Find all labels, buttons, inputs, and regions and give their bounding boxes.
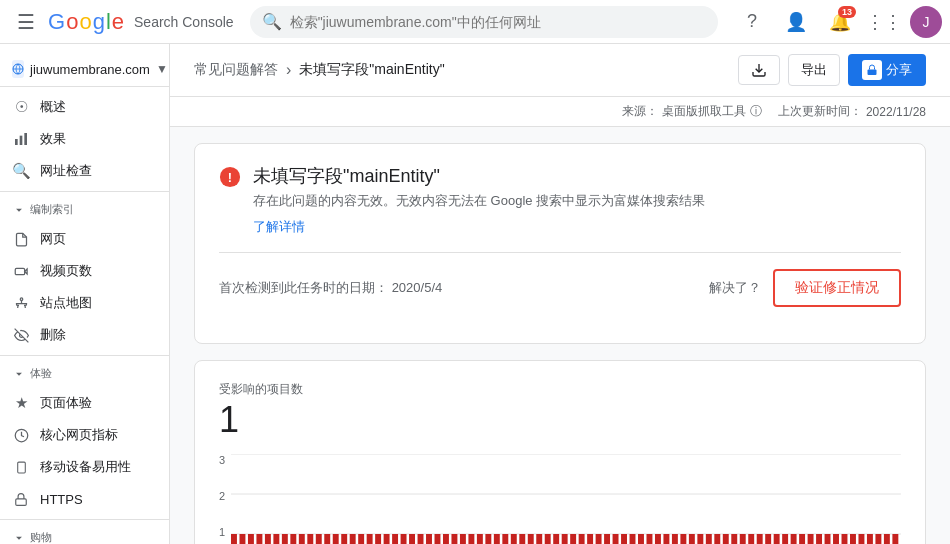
y-label-3: 3 bbox=[219, 454, 225, 466]
svg-rect-78 bbox=[697, 534, 703, 544]
google-wordmark: Google bbox=[48, 9, 124, 35]
sidebar-item-core-web[interactable]: 核心网页指标 bbox=[0, 419, 169, 451]
learn-more-link[interactable]: 了解详情 bbox=[253, 218, 305, 236]
svg-rect-86 bbox=[765, 534, 771, 544]
sidebar-label-overview: 概述 bbox=[40, 98, 66, 116]
y-label-2: 2 bbox=[219, 490, 225, 502]
svg-rect-34 bbox=[324, 534, 330, 544]
download-button[interactable] bbox=[738, 55, 780, 85]
header-actions: ? 👤 🔔 13 ⋮⋮ J bbox=[734, 4, 942, 40]
sidebar-item-mobile[interactable]: 移动设备易用性 bbox=[0, 451, 169, 483]
svg-rect-59 bbox=[536, 534, 542, 544]
svg-rect-2 bbox=[15, 139, 18, 145]
sidebar-item-pages[interactable]: 网页 bbox=[0, 223, 169, 255]
svg-rect-67 bbox=[604, 534, 610, 544]
eye-off-icon bbox=[12, 326, 30, 344]
section-toggle-shopping[interactable]: 购物 bbox=[0, 524, 169, 544]
svg-rect-66 bbox=[596, 534, 602, 544]
svg-rect-100 bbox=[884, 534, 890, 544]
search-icon: 🔍 bbox=[262, 12, 282, 31]
bar-chart-icon bbox=[12, 130, 30, 148]
svg-rect-16 bbox=[868, 70, 877, 76]
svg-rect-30 bbox=[290, 534, 296, 544]
svg-rect-68 bbox=[613, 534, 619, 544]
y-label-1: 1 bbox=[219, 526, 225, 538]
lock-icon bbox=[862, 60, 882, 80]
svg-rect-79 bbox=[706, 534, 712, 544]
avatar[interactable]: J bbox=[910, 6, 942, 38]
section-toggle-experience[interactable]: 体验 bbox=[0, 360, 169, 387]
svg-rect-57 bbox=[519, 534, 525, 544]
svg-rect-39 bbox=[367, 534, 373, 544]
notifications-button[interactable]: 🔔 13 bbox=[822, 4, 858, 40]
sidebar-item-removals[interactable]: 删除 bbox=[0, 319, 169, 351]
svg-rect-51 bbox=[469, 534, 475, 544]
svg-rect-96 bbox=[850, 534, 856, 544]
sidebar-label-core-web: 核心网页指标 bbox=[40, 426, 118, 444]
svg-rect-87 bbox=[774, 534, 780, 544]
resolved-label: 解决了？ bbox=[709, 279, 761, 297]
sidebar-label-performance: 效果 bbox=[40, 130, 66, 148]
export-button[interactable]: 导出 bbox=[788, 54, 840, 86]
svg-rect-37 bbox=[350, 534, 356, 544]
svg-rect-76 bbox=[681, 534, 687, 544]
svg-rect-50 bbox=[460, 534, 466, 544]
source-value: 桌面版抓取工具 bbox=[662, 103, 746, 120]
help-button[interactable]: ? bbox=[734, 4, 770, 40]
app-logo: Google Search Console bbox=[48, 9, 234, 35]
svg-rect-31 bbox=[299, 534, 305, 544]
resolve-area: 解决了？ 验证修正情况 bbox=[709, 269, 901, 307]
sidebar-label-page-exp: 页面体验 bbox=[40, 394, 92, 412]
svg-rect-49 bbox=[452, 534, 458, 544]
svg-rect-97 bbox=[859, 534, 865, 544]
svg-rect-93 bbox=[825, 534, 831, 544]
divider-1 bbox=[0, 191, 169, 192]
sidebar-item-page-exp[interactable]: ★ 页面体验 bbox=[0, 387, 169, 419]
sitemap-icon bbox=[12, 294, 30, 312]
sidebar-label-https: HTTPS bbox=[40, 492, 83, 507]
last-updated-info: 上次更新时间： 2022/11/28 bbox=[778, 103, 926, 120]
svg-rect-74 bbox=[664, 534, 670, 544]
property-selector[interactable]: jiuwumembrane.com ▼ bbox=[0, 52, 169, 87]
home-icon: ☉ bbox=[12, 98, 30, 116]
svg-point-7 bbox=[20, 297, 23, 300]
svg-rect-27 bbox=[265, 534, 271, 544]
sidebar-item-https[interactable]: HTTPS bbox=[0, 483, 169, 515]
sidebar-label-removals: 删除 bbox=[40, 326, 66, 344]
share-button[interactable]: 分享 bbox=[848, 54, 926, 86]
gauge-icon bbox=[12, 426, 30, 444]
svg-rect-65 bbox=[587, 534, 593, 544]
sidebar-item-url-inspect[interactable]: 🔍 网址检查 bbox=[0, 155, 169, 187]
svg-rect-58 bbox=[528, 534, 534, 544]
breadcrumb-current: 未填写字段"mainEntity" bbox=[299, 61, 444, 79]
header-left: ☰ Google Search Console bbox=[8, 4, 234, 40]
sidebar-item-overview[interactable]: ☉ 概述 bbox=[0, 91, 169, 123]
svg-rect-88 bbox=[782, 534, 788, 544]
svg-rect-92 bbox=[816, 534, 822, 544]
accounts-button[interactable]: 👤 bbox=[778, 4, 814, 40]
svg-rect-25 bbox=[248, 534, 254, 544]
file-icon bbox=[12, 230, 30, 248]
verify-button[interactable]: 验证修正情况 bbox=[773, 269, 901, 307]
apps-button[interactable]: ⋮⋮ bbox=[866, 4, 902, 40]
issue-card: ! 未填写字段"mainEntity" 存在此问题的内容无效。无效内容无法在 G… bbox=[194, 143, 926, 344]
export-label: 导出 bbox=[801, 61, 827, 79]
svg-rect-61 bbox=[553, 534, 559, 544]
chart-label: 受影响的项目数 bbox=[219, 381, 901, 398]
section-label-index: 编制索引 bbox=[30, 202, 74, 217]
search-input[interactable] bbox=[290, 14, 706, 30]
sidebar-item-sitemap[interactable]: 站点地图 bbox=[0, 287, 169, 319]
issue-text: 未填写字段"mainEntity" 存在此问题的内容无效。无效内容无法在 Goo… bbox=[253, 164, 705, 236]
menu-button[interactable]: ☰ bbox=[8, 4, 44, 40]
svg-rect-62 bbox=[562, 534, 568, 544]
svg-rect-23 bbox=[231, 534, 237, 544]
breadcrumb-parent[interactable]: 常见问题解答 bbox=[194, 61, 278, 79]
section-toggle-index[interactable]: 编制索引 bbox=[0, 196, 169, 223]
svg-rect-72 bbox=[647, 534, 653, 544]
sidebar-item-performance[interactable]: 效果 bbox=[0, 123, 169, 155]
search-bar[interactable]: 🔍 bbox=[250, 6, 718, 38]
video-icon bbox=[12, 262, 30, 280]
svg-rect-99 bbox=[876, 534, 882, 544]
sidebar-item-videos[interactable]: 视频页数 bbox=[0, 255, 169, 287]
svg-rect-91 bbox=[808, 534, 814, 544]
